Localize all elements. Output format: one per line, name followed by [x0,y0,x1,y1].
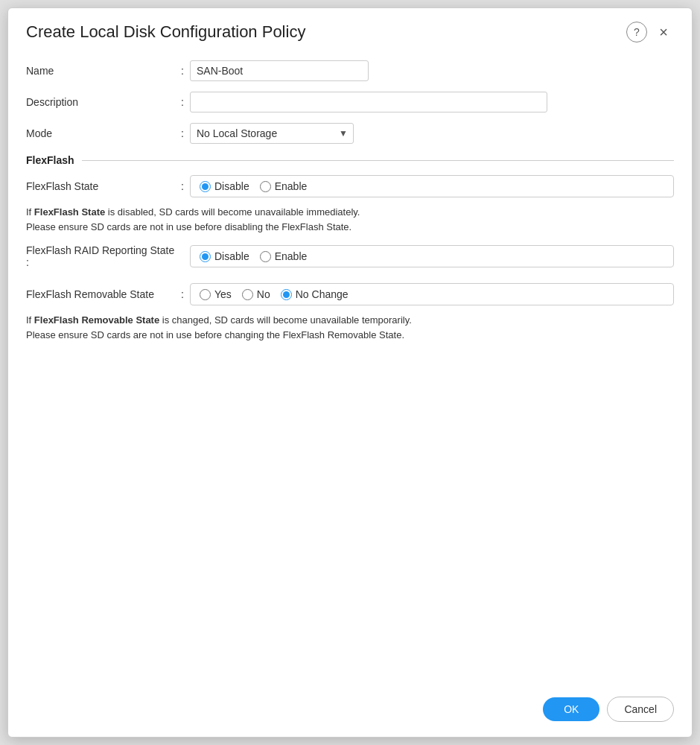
description-row: Description : [26,92,674,112]
flexflash-state-enable-label: Enable [275,180,308,192]
flexflash-removable-nochange-option[interactable]: No Change [281,288,349,300]
name-row: Name : [26,60,674,81]
flexflash-state-disable-radio[interactable] [200,181,211,192]
flexflash-state-disable-option[interactable]: Disable [200,180,249,192]
flexflash-removable-no-option[interactable]: No [242,288,270,300]
name-label: Name [26,65,175,77]
cancel-button[interactable]: Cancel [607,697,674,722]
mode-colon: : [175,127,190,139]
flexflash-raid-enable-radio[interactable] [260,251,271,262]
description-input[interactable] [190,92,547,112]
dialog-body: Name : Description : Mode : No Local Sto… [8,53,692,686]
flexflash-state-enable-radio[interactable] [260,181,271,192]
flexflash-raid-radio-group: Disable Enable [190,245,674,267]
flexflash-state-info: If FlexFlash State is disabled, SD cards… [26,205,674,234]
flexflash-state-enable-option[interactable]: Enable [260,180,308,192]
close-button[interactable]: × [653,22,674,42]
flexflash-removable-radio-group: Yes No No Change [190,283,674,305]
flexflash-removable-no-radio[interactable] [242,289,253,300]
name-colon: : [175,65,190,77]
mode-control: No Local Storage Any Configuration RAID … [190,123,674,144]
flexflash-raid-label: FlexFlash RAID Reporting State : [26,244,175,268]
flexflash-raid-enable-option[interactable]: Enable [260,250,308,262]
description-colon: : [175,96,190,108]
flexflash-removable-row: FlexFlash Removable State : Yes No No Ch… [26,283,674,305]
description-label: Description [26,96,175,108]
flexflash-raid-disable-label: Disable [214,250,249,262]
flexflash-state-row: FlexFlash State : Disable Enable [26,175,674,197]
flexflash-state-disable-label: Disable [214,180,249,192]
mode-select[interactable]: No Local Storage Any Configuration RAID … [190,123,354,144]
flexflash-removable-yes-label: Yes [214,288,232,300]
flexflash-raid-enable-label: Enable [275,250,308,262]
flexflash-section-header: FlexFlash [26,154,674,166]
flexflash-raid-disable-option[interactable]: Disable [200,250,249,262]
flexflash-state-control: Disable Enable [190,175,674,197]
header-icons: ? × [626,22,674,42]
flexflash-state-label: FlexFlash State [26,180,175,192]
mode-row: Mode : No Local Storage Any Configuratio… [26,123,674,144]
flexflash-removable-colon: : [175,288,190,300]
name-input[interactable] [190,60,369,81]
flexflash-state-bold: FlexFlash State [34,206,105,218]
flexflash-raid-row: FlexFlash RAID Reporting State : Disable… [26,244,674,268]
flexflash-removable-yes-radio[interactable] [200,289,211,300]
dialog-title: Create Local Disk Configuration Policy [26,22,305,42]
flexflash-label: FlexFlash [26,154,74,166]
name-control [190,60,674,81]
dialog-footer: OK Cancel [8,686,692,737]
flexflash-removable-info: If FlexFlash Removable State is changed,… [26,313,674,342]
flexflash-state-colon: : [175,180,190,192]
flexflash-removable-bold: FlexFlash Removable State [34,314,159,326]
flexflash-state-radio-group: Disable Enable [190,175,674,197]
dialog: Create Local Disk Configuration Policy ?… [7,7,693,738]
mode-select-wrapper: No Local Storage Any Configuration RAID … [190,123,354,144]
mode-label: Mode [26,127,175,139]
flexflash-raid-disable-radio[interactable] [200,251,211,262]
flexflash-removable-nochange-label: No Change [296,288,349,300]
section-divider [82,160,674,161]
flexflash-removable-label: FlexFlash Removable State [26,288,175,300]
flexflash-removable-no-label: No [257,288,270,300]
flexflash-removable-control: Yes No No Change [190,283,674,305]
flexflash-raid-control: Disable Enable [190,245,674,267]
flexflash-removable-yes-option[interactable]: Yes [200,288,232,300]
description-control [190,92,674,112]
help-button[interactable]: ? [626,22,647,42]
ok-button[interactable]: OK [543,697,599,721]
dialog-header: Create Local Disk Configuration Policy ?… [8,8,692,53]
flexflash-removable-nochange-radio[interactable] [281,289,292,300]
